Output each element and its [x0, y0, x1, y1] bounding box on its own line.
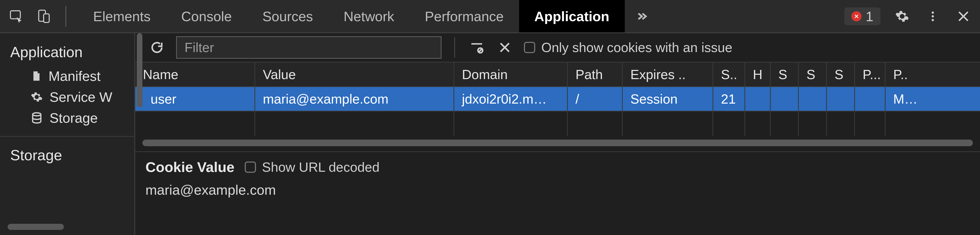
- svg-point-6: [33, 113, 41, 116]
- tab-console[interactable]: Console: [166, 0, 247, 32]
- application-sidebar: Application Manifest Service W: [0, 33, 135, 235]
- only-issue-label: Only show cookies with an issue: [541, 40, 732, 55]
- col-name[interactable]: Name: [135, 62, 255, 86]
- show-url-decoded-label: Show URL decoded: [262, 159, 380, 175]
- error-count-text: 1: [865, 8, 873, 24]
- tabs-overflow-button[interactable]: [625, 0, 659, 32]
- more-icon[interactable]: [924, 7, 942, 25]
- close-icon[interactable]: [955, 7, 972, 25]
- cell-size: 21: [713, 87, 745, 111]
- cell-domain: jdxoi2r0i2.m…: [454, 87, 568, 111]
- col-path[interactable]: Path: [568, 62, 623, 86]
- cookies-table-empty-row: [135, 111, 980, 136]
- col-value[interactable]: Value: [255, 62, 454, 86]
- devtools-tab-bar: Elements Console Sources Network Perform…: [0, 0, 980, 33]
- toolbar-separator: [454, 37, 455, 58]
- tab-performance[interactable]: Performance: [409, 0, 519, 32]
- col-httponly[interactable]: H: [745, 62, 771, 86]
- cookie-value-title: Cookie Value: [145, 159, 234, 175]
- svg-point-3: [932, 11, 934, 14]
- clear-all-icon[interactable]: [496, 38, 514, 56]
- table-horizontal-scrollbar[interactable]: [142, 140, 973, 146]
- cell-value: maria@example.com: [255, 87, 454, 111]
- tab-application[interactable]: Application: [519, 0, 625, 32]
- cell-httponly: [745, 87, 771, 111]
- cookies-table-header: Name Value Domain Path Expires .. S.. H …: [135, 62, 980, 87]
- cell-samesite: [799, 87, 827, 111]
- gear-icon: [30, 91, 43, 103]
- tab-elements[interactable]: Elements: [78, 0, 166, 32]
- settings-icon[interactable]: [893, 7, 911, 25]
- topbar-right-tools: 1: [837, 7, 972, 25]
- svg-rect-2: [44, 14, 49, 22]
- sidebar-item-label: Storage: [49, 110, 98, 126]
- clear-filter-icon[interactable]: [468, 38, 486, 56]
- cell-priority: M…: [886, 87, 980, 111]
- cell-partitionkey: [855, 87, 886, 111]
- col-size[interactable]: S..: [713, 62, 745, 86]
- cell-secure: [771, 87, 799, 111]
- sidebar-item-storage[interactable]: Storage: [0, 107, 134, 129]
- cookie-value-text: maria@example.com: [145, 182, 970, 198]
- svg-point-5: [932, 19, 934, 21]
- sidebar-divider: [0, 136, 134, 137]
- only-issue-checkbox-row[interactable]: Only show cookies with an issue: [524, 40, 732, 55]
- sidebar-horizontal-scrollbar[interactable]: [8, 224, 64, 230]
- col-partitionkey[interactable]: P...: [855, 62, 886, 86]
- error-count-badge[interactable]: 1: [844, 7, 880, 25]
- checkbox-icon: [245, 162, 256, 173]
- cookies-toolbar: Only show cookies with an issue: [135, 33, 980, 62]
- sidebar-item-service-workers[interactable]: Service W: [0, 86, 134, 107]
- cell-name: user: [135, 87, 255, 111]
- inspect-icon[interactable]: [8, 7, 25, 25]
- cell-sameparty: [827, 87, 855, 111]
- error-icon: [851, 11, 862, 21]
- col-domain[interactable]: Domain: [454, 62, 568, 86]
- refresh-icon[interactable]: [148, 38, 166, 56]
- cookies-table-row[interactable]: user maria@example.com jdxoi2r0i2.m… / S…: [135, 87, 980, 111]
- col-expires[interactable]: Expires ..: [623, 62, 713, 86]
- cookies-filter-input[interactable]: [176, 36, 442, 59]
- panel-tabs: Elements Console Sources Network Perform…: [78, 0, 837, 32]
- cell-path: /: [568, 87, 623, 111]
- sidebar-item-label: Service W: [49, 89, 112, 105]
- col-samesite[interactable]: S: [799, 62, 827, 86]
- sidebar-scrollbar[interactable]: [137, 33, 142, 107]
- svg-point-4: [932, 15, 934, 17]
- manifest-icon: [30, 70, 42, 83]
- cookie-details-pane: Cookie Value Show URL decoded maria@exam…: [135, 151, 980, 235]
- col-secure[interactable]: S: [771, 62, 799, 86]
- checkbox-icon: [524, 42, 535, 53]
- show-url-decoded-checkbox[interactable]: Show URL decoded: [245, 159, 380, 175]
- sidebar-item-manifest[interactable]: Manifest: [0, 65, 134, 86]
- cell-expires: Session: [623, 87, 713, 111]
- panel-body: Application Manifest Service W: [0, 33, 980, 235]
- tab-network[interactable]: Network: [328, 0, 409, 32]
- sidebar-section-application: Application: [0, 38, 134, 65]
- col-priority[interactable]: P..: [886, 62, 980, 86]
- cookies-panel: Only show cookies with an issue Name Val…: [135, 33, 980, 235]
- sidebar-section-storage: Storage: [0, 141, 134, 169]
- cookies-table: Name Value Domain Path Expires .. S.. H …: [135, 62, 980, 136]
- device-toggle-icon[interactable]: [35, 7, 52, 25]
- storage-icon: [30, 112, 43, 124]
- sidebar-item-label: Manifest: [48, 68, 100, 84]
- col-sameparty[interactable]: S: [827, 62, 855, 86]
- topbar-left-icons: [8, 6, 66, 27]
- svg-rect-0: [11, 11, 21, 19]
- tab-sources[interactable]: Sources: [247, 0, 328, 32]
